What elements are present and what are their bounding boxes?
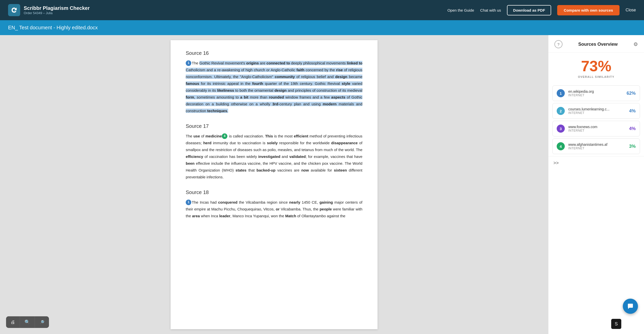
source-url-2: courses.lumenlearning.c... [568,107,626,111]
sidebar-header: ? Sources Overview ⚙ [548,35,644,53]
source-url-1: en.wikipedia.org [568,89,623,93]
chat-float-button[interactable] [623,299,638,314]
source-type-4: INTERNET [568,147,626,150]
source-item-3[interactable]: 3 www.foxnews.com INTERNET 4% [552,121,640,136]
logo-area: Scribbr Plagiarism Checker Order 54349 –… [8,4,90,16]
help-icon-button[interactable]: ? [554,40,562,48]
gear-icon[interactable]: ⚙ [633,41,638,47]
badge-1-source18: 1 [186,200,191,205]
source-item-2[interactable]: 2 courses.lumenlearning.c... INTERNET 4% [552,103,640,119]
zoom-in-button[interactable]: 🔎 [35,316,49,328]
sidebar-footer: >> [548,156,644,170]
symfony-icon: S [611,319,621,329]
doc-toolbar: 🖨 🔍 🔎 [6,316,49,328]
filename-banner: EN_ Test document - Highly edited.docx [0,20,644,35]
source-18-body: 1The Incas had conquered the Vilcabamba … [186,199,362,219]
chat-with-us-link[interactable]: Chat with us [480,8,501,12]
source-item-1[interactable]: 1 en.wikipedia.org INTERNET 62% [552,85,640,101]
source-info-1: en.wikipedia.org INTERNET [568,89,623,97]
source-17-title: Source 17 [186,123,362,129]
hl-gothic: Gothic Revival movement's origins are co… [186,61,362,113]
app-title: Scribbr Plagiarism Checker [24,5,90,11]
open-guide-link[interactable]: Open the Guide [447,8,474,12]
scribbr-logo-icon [8,4,20,16]
similarity-percentage: 73% [553,59,639,74]
close-button[interactable]: Close [626,8,636,12]
source-type-1: INTERNET [568,93,623,97]
source-16-body: 1The Gothic Revival movement's origins a… [186,60,362,114]
overall-similarity-section: 73% OVERALL SIMILARITY [548,53,644,83]
source-pct-2: 4% [629,108,636,114]
sidebar-left-icons: ? [554,40,562,48]
source-url-3: www.foxnews.com [568,125,626,129]
sidebar: ? Sources Overview ⚙ 73% OVERALL SIMILAR… [548,35,644,334]
sources-list: 1 en.wikipedia.org INTERNET 62% 2 course… [548,83,644,156]
badge-1-source16: 1 [186,60,191,66]
filename-text: EN_ Test document - Highly edited.docx [8,25,98,30]
source-17-body: The use of medicine4 is called vaccinati… [186,133,362,180]
expand-sidebar-button[interactable]: >> [553,160,559,166]
source-type-2: INTERNET [568,111,626,115]
source-badge-4: 4 [557,142,565,150]
source-info-3: www.foxnews.com INTERNET [568,125,626,132]
source-info-4: www.afghanistantimes.af INTERNET [568,142,626,150]
source-item-4[interactable]: 4 www.afghanistantimes.af INTERNET 3% [552,138,640,154]
source-16-title: Source 16 [186,50,362,56]
logo-text: Scribbr Plagiarism Checker Order 54349 –… [24,5,90,15]
zoom-out-button[interactable]: 🔍 [20,316,35,328]
download-pdf-button[interactable]: Download as PDF [507,5,551,15]
source-badge-2: 2 [557,107,565,115]
source-pct-1: 62% [627,91,636,96]
document-page: Source 16 1The Gothic Revival movement's… [171,40,378,329]
source-pct-3: 4% [629,126,636,131]
source-badge-3: 3 [557,125,565,133]
compare-own-sources-button[interactable]: Compare with own sources [557,5,620,15]
main-layout: Source 16 1The Gothic Revival movement's… [0,35,644,334]
order-info: Order 54349 – Julia [24,11,90,15]
badge-4-source17: 4 [222,133,227,139]
print-button[interactable]: 🖨 [6,316,20,328]
source-info-2: courses.lumenlearning.c... INTERNET [568,107,626,115]
sources-overview-title: Sources Overview [578,42,618,47]
document-area: Source 16 1The Gothic Revival movement's… [0,35,548,334]
similarity-label: OVERALL SIMILARITY [553,75,639,78]
symfony-logo: S [615,321,618,327]
source-url-4: www.afghanistantimes.af [568,142,626,147]
header: Scribbr Plagiarism Checker Order 54349 –… [0,0,644,20]
source-type-3: INTERNET [568,129,626,132]
source-18-title: Source 18 [186,189,362,195]
source-pct-4: 3% [629,144,636,149]
source-badge-1: 1 [557,89,565,97]
